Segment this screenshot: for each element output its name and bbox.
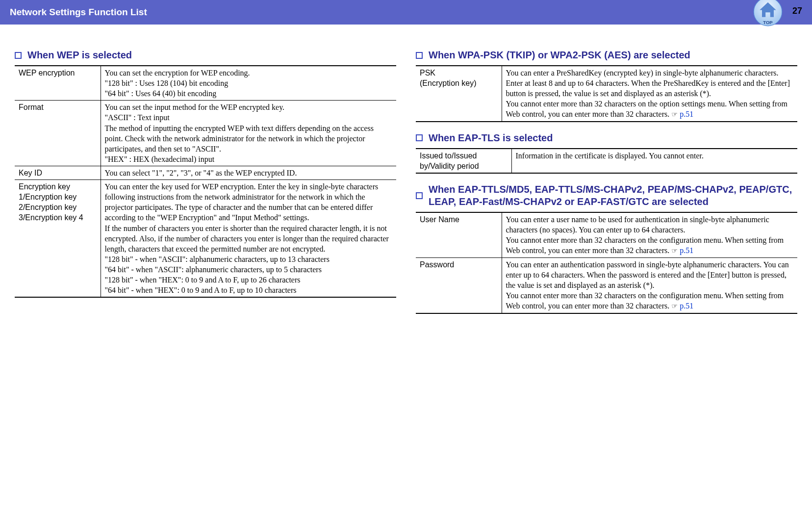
table-row: Key ID You can select "1", "2", "3", or … — [15, 166, 396, 179]
setting-label: PSK (Encryption key) — [416, 66, 502, 122]
setting-desc: You can enter a user name to be used for… — [502, 212, 797, 257]
page-link[interactable]: p.51 — [680, 110, 693, 118]
left-column: When WEP is selected WEP encryption You … — [15, 39, 396, 316]
table-eap-tls: Issued to/Issued by/Validity period Info… — [416, 148, 797, 174]
section-head-wep: When WEP is selected — [15, 49, 396, 61]
section-title: When WEP is selected — [27, 49, 132, 61]
table-row: User Name You can enter a user name to b… — [416, 212, 797, 257]
section-bullet-icon — [15, 52, 22, 59]
setting-desc: You can set the input method for the WEP… — [101, 101, 396, 166]
table-wep: WEP encryption You can set the encryptio… — [15, 65, 396, 298]
content-area: When WEP is selected WEP encryption You … — [0, 25, 812, 326]
setting-label: Format — [15, 101, 101, 166]
table-eap-other: User Name You can enter a user name to b… — [416, 212, 797, 314]
desc-text: You can enter a user name to be used for… — [506, 215, 784, 255]
table-row: Issued to/Issued by/Validity period Info… — [416, 149, 797, 173]
section-bullet-icon — [416, 192, 423, 199]
header-bar: Network Settings Function List TOP 27 — [0, 0, 812, 25]
page-link[interactable]: p.51 — [680, 302, 693, 310]
setting-desc: You can enter the key used for WEP encry… — [101, 180, 396, 298]
setting-desc: You can select "1", "2", "3", or "4" as … — [101, 166, 396, 179]
section-bullet-icon — [416, 134, 423, 141]
desc-text: You can enter an authentication password… — [506, 260, 789, 310]
setting-label: Key ID — [15, 166, 101, 179]
section-head-wpa: When WPA-PSK (TKIP) or WPA2-PSK (AES) ar… — [416, 49, 797, 61]
setting-label: User Name — [416, 212, 502, 257]
pointer-icon: ☜ — [671, 247, 678, 256]
table-row: Password You can enter an authentication… — [416, 257, 797, 313]
desc-text: You can enter a PreSharedKey (encrypted … — [506, 69, 790, 118]
section-bullet-icon — [416, 52, 423, 59]
setting-label: Password — [416, 257, 502, 313]
page-link[interactable]: p.51 — [680, 246, 693, 255]
setting-desc: Information in the certificate is displa… — [511, 149, 797, 173]
right-column: When WPA-PSK (TKIP) or WPA2-PSK (AES) ar… — [416, 39, 797, 316]
section-title: When EAP-TLS is selected — [429, 132, 553, 144]
pointer-icon: ☜ — [671, 110, 678, 119]
setting-desc: You can set the encryption for WEP encod… — [101, 66, 396, 101]
table-row: WEP encryption You can set the encryptio… — [15, 66, 396, 101]
section-title: When EAP-TTLS/MD5, EAP-TTLS/MS-CHAPv2, P… — [429, 183, 797, 208]
section-head-eap-other: When EAP-TTLS/MD5, EAP-TTLS/MS-CHAPv2, P… — [416, 183, 797, 208]
table-wpa: PSK (Encryption key) You can enter a Pre… — [416, 65, 797, 122]
page-title: Network Settings Function List — [10, 7, 147, 18]
top-label: TOP — [763, 20, 773, 25]
setting-desc: You can enter a PreSharedKey (encrypted … — [502, 66, 797, 122]
table-row: Format You can set the input method for … — [15, 101, 396, 166]
setting-desc: You can enter an authentication password… — [502, 257, 797, 313]
top-home-icon[interactable]: TOP — [753, 0, 783, 26]
setting-label: Issued to/Issued by/Validity period — [416, 149, 511, 173]
table-row: PSK (Encryption key) You can enter a Pre… — [416, 66, 797, 122]
setting-label: Encryption key 1/Encryption key 2/Encryp… — [15, 180, 101, 298]
section-title: When WPA-PSK (TKIP) or WPA2-PSK (AES) ar… — [429, 49, 690, 61]
pointer-icon: ☜ — [671, 302, 678, 311]
page-number: 27 — [792, 6, 802, 16]
section-head-eap-tls: When EAP-TLS is selected — [416, 132, 797, 144]
table-row: Encryption key 1/Encryption key 2/Encryp… — [15, 180, 396, 298]
setting-label: WEP encryption — [15, 66, 101, 101]
